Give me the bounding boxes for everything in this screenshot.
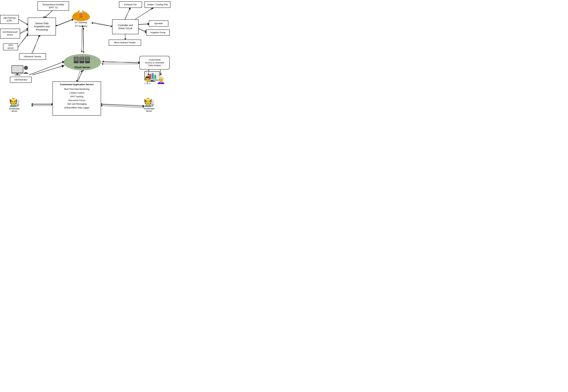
app-service-items: Real Time Data Monitoring i-Switch Contr… (64, 87, 89, 110)
svg-line-3 (45, 11, 52, 18)
svg-line-18 (29, 61, 65, 75)
light-intensity-label: Light Intensity (LDR) (2, 17, 17, 22)
app-service-title: Customized Application Service (60, 83, 94, 86)
sensor-data-label: Sensor DataAcquistion andProcessing (34, 22, 50, 31)
app-service-box: Customized Application Service Real Time… (53, 82, 101, 115)
svg-rect-48 (85, 57, 89, 58)
micro-nutrient-box: Micro-Nutrient Feeder (109, 40, 141, 46)
farmer-left: 🧑‍🌾 Smallholderfarmer (9, 97, 20, 112)
heater-cooling-label: Heater / Cooling Pad (147, 3, 168, 6)
svg-rect-50 (85, 60, 89, 61)
temp-humidity-label: Temperature,Humidity(DHT 11) (42, 3, 64, 9)
customized-access-label: CustomizedAccess to Scientist/Data Analy… (145, 58, 164, 67)
iot-label-text: IoT Gateway (71, 25, 91, 27)
svg-line-9 (138, 24, 149, 25)
light-intensity-box: Light Intensity (LDR) (0, 15, 19, 24)
svg-line-15 (77, 70, 83, 82)
exhaust-fan-box: Exhaust Fan (119, 1, 142, 8)
scientist-figure: 👨‍💼 (143, 76, 152, 84)
soil-moisture-label: Soil Moisture,pHsensor (2, 31, 17, 36)
analyst-figure: 👩‍🦳 (156, 76, 165, 84)
ultrasonic-label: Ultrasonic Sensor (24, 55, 42, 58)
analyst-icon: 👩‍🦳 (156, 76, 165, 84)
administrator-label: Administrator (14, 78, 28, 81)
svg-rect-61 (16, 73, 18, 75)
exhaust-fan-label: Exhaust Fan (124, 3, 137, 6)
farmer-right-label: Smallholderfarmer (144, 108, 154, 112)
irrigation-pump-label: Irrigation Pump (151, 31, 166, 34)
administrator-figure (11, 64, 31, 78)
controller-box: Controller andDriver Circuit (112, 19, 139, 34)
farmer-right: 🧑‍🌾 Smallholderfarmer (143, 97, 154, 112)
sprinkler-box: Sprinkler (149, 20, 168, 27)
iot-cloud-visual (71, 7, 91, 23)
svg-point-35 (82, 13, 88, 19)
admin-figure-svg (11, 64, 31, 77)
svg-line-8 (135, 8, 152, 20)
svg-line-16 (102, 61, 140, 63)
svg-rect-42 (74, 60, 78, 61)
controller-label: Controller andDriver Circuit (118, 24, 133, 30)
svg-line-17 (102, 61, 140, 63)
svg-line-14 (77, 70, 83, 82)
svg-line-4 (31, 35, 40, 54)
customized-access-box: CustomizedAccess to Scientist/Data Analy… (139, 56, 170, 70)
heater-cooling-box: Heater / Cooling Pad (144, 1, 170, 8)
svg-rect-46 (80, 60, 84, 61)
svg-rect-56 (154, 75, 156, 79)
svg-rect-62 (14, 75, 20, 75)
scientist-icon: 👨‍💼 (143, 76, 152, 84)
gps-sensor-label: GPSsensor (8, 44, 14, 49)
svg-line-13 (83, 26, 83, 53)
cloud-server-label: Cloud Server (74, 66, 90, 69)
svg-line-21 (100, 104, 144, 106)
svg-line-6 (92, 22, 112, 27)
svg-point-63 (24, 66, 28, 70)
svg-line-22 (100, 104, 144, 106)
sprinkler-label: Sprinkler (154, 22, 163, 25)
micro-nutrient-label: Micro-Nutrient Feeder (114, 41, 136, 44)
svg-rect-44 (80, 57, 84, 58)
ultrasonic-box: Ultrasonic Sensor (19, 53, 46, 60)
svg-line-0 (19, 19, 28, 25)
svg-line-10 (138, 28, 147, 33)
svg-line-1 (20, 28, 28, 34)
farmer-left-label: Smallholderfarmer (9, 108, 20, 112)
irrigation-pump-box: Irrigation Pump (146, 29, 170, 36)
sensor-data-box: Sensor DataAcquistion andProcessing (28, 17, 56, 35)
svg-rect-40 (74, 57, 78, 58)
svg-rect-49 (85, 59, 89, 60)
cloud-server: Cloud Server (63, 52, 102, 71)
temp-humidity-box: Temperature,Humidity(DHT 11) (38, 1, 69, 11)
farmer-left-figure: 🧑‍🌾 (9, 97, 20, 107)
svg-rect-45 (80, 59, 84, 60)
svg-line-7 (125, 8, 130, 20)
svg-rect-41 (74, 59, 78, 60)
gps-sensor-box: GPSsensor (3, 43, 18, 50)
farmer-right-figure: 🧑‍🌾 (143, 97, 154, 107)
svg-line-12 (83, 26, 83, 53)
svg-rect-60 (12, 66, 23, 73)
diagram: Light Intensity (LDR) Soil Moisture,pHse… (0, 0, 170, 118)
soil-moisture-box: Soil Moisture,pHsensor (0, 29, 20, 39)
